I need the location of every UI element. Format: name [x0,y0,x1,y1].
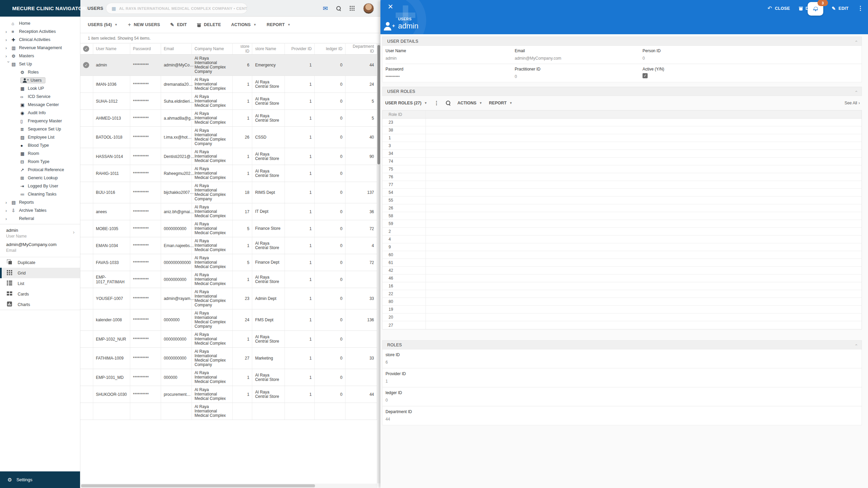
user-avatar[interactable] [363,3,374,14]
table-row-eman-1034[interactable]: EMAN-1034**********Eman.najeebs…Al Raya … [80,237,377,254]
user-roles-collection-selector[interactable]: USER ROLES (27)▼ [385,101,427,105]
sidebar-item-icd-service[interactable]: ‹›ICD Service [0,93,80,101]
sidebar-item-reports[interactable]: ›▤Reports [0,198,80,206]
checkbox-checked-icon[interactable]: ✓ [83,62,89,68]
sidebar-item-blood-type[interactable]: ●Blood Type [0,141,80,149]
row-checkbox[interactable] [80,110,93,127]
column-header-department-id[interactable]: Department ID [346,43,377,55]
collapse-icon[interactable]: › [853,344,859,346]
row-checkbox[interactable] [80,93,93,110]
collapse-icon[interactable]: › [853,40,859,42]
role-row[interactable]: 59 [382,220,862,228]
sidebar-item-sequence-set-up[interactable]: ≣Sequence Set Up [0,125,80,133]
edit-button[interactable]: ✎EDIT [832,6,849,11]
role-row[interactable]: 2 [382,228,862,236]
search-icon[interactable] [446,101,451,105]
row-checkbox[interactable] [80,127,93,148]
role-row[interactable]: 26 [382,204,862,212]
role-row[interactable]: 38 [382,126,862,134]
row-checkbox[interactable] [80,220,93,237]
row-checkbox[interactable] [80,203,93,220]
chevron-right-icon[interactable]: › [5,54,12,59]
table-row-emp-1017-fatimah[interactable]: EMP-1017_FATIMAH**********0000000000Al R… [80,271,377,288]
close-button[interactable]: ↶CLOSE [768,5,790,12]
table-row-admin[interactable]: ✓admin**********admin@MyCo…Al Raya Inter… [80,55,377,76]
column-header-store-id[interactable]: store ID [232,43,252,55]
sidebar-item-room-type[interactable]: ⊟Room Type [0,158,80,166]
search-icon[interactable] [336,6,341,11]
sidebar-item-audit-info[interactable]: ◉Audit Info [0,109,80,117]
sidebar-item-home[interactable]: ⌂Home [0,19,80,27]
sidebar-item-look-up[interactable]: ▦Look UP [0,84,80,93]
chevron-right-icon[interactable]: › [5,208,12,213]
role-row[interactable]: 23 [382,119,862,126]
sidebar-username-block[interactable]: admin User Name › [0,224,80,241]
delete-button[interactable]: DELETE [197,22,221,27]
chevron-right-icon[interactable]: › [5,29,12,34]
role-row[interactable]: 22 [382,290,862,298]
row-checkbox[interactable] [80,76,93,93]
user-roles-header[interactable]: USER ROLES › [382,87,862,96]
role-row[interactable]: 74 [382,158,862,165]
role-row[interactable]: 42 [382,267,862,274]
table-row-ahmed-1013[interactable]: AHMED-1013**********a.ahmad8a@g…Al Raya … [80,110,377,127]
role-row[interactable]: 16 [382,282,862,290]
roles-header[interactable]: ROLES › [382,340,862,349]
row-checkbox[interactable] [80,331,93,348]
row-checkbox[interactable] [80,348,93,369]
notification-button[interactable]: 3 [808,2,823,16]
table-row-emp-1032-nur[interactable]: EMP-1032_NUR**********0000000000Al Raya … [80,331,377,348]
new-users-button[interactable]: +NEW USERS [128,22,160,28]
horizontal-scrollbar[interactable] [80,484,377,488]
view-grid[interactable]: Grid [0,268,80,278]
view-charts[interactable]: Charts [0,299,80,310]
column-header-company-name[interactable]: Company Name [192,43,232,55]
sidebar-item-protocal-reference[interactable]: ↗Protocal Reference [0,166,80,174]
row-checkbox[interactable] [80,386,93,403]
active-checkbox[interactable]: ✓ [643,73,648,78]
sidebar-item-users[interactable]: +Users [0,76,80,84]
sidebar-item-logged-by-user[interactable]: ⇥Logged By User [0,182,80,190]
row-checkbox[interactable] [80,369,93,386]
view-list[interactable]: List [0,278,80,289]
role-row[interactable]: 27 [382,321,862,329]
report-dropdown[interactable]: REPORT▼ [267,22,290,27]
sidebar-item-reception-activities[interactable]: ›≡Reception Activities [0,27,80,36]
view-cards[interactable]: Cards [0,289,80,299]
actions-dropdown[interactable]: ACTIONS▼ [231,22,257,27]
table-row-fathima-1009[interactable]: FATHIMA-1009**********0000000000Al Raya … [80,348,377,369]
sidebar-item-masters[interactable]: ›⚙Masters [0,52,80,60]
table-row-favas-1033[interactable]: FAVAS-1033**********000000000000Al Raya … [80,254,377,271]
role-row[interactable]: 60 [382,251,862,259]
sidebar-item-room[interactable]: ▦Room [0,149,80,158]
table-row-iman-1036[interactable]: IMAN-1036**********dremanatia20…Al Raya … [80,76,377,93]
context-search-pill[interactable]: ▦ AL RAYA INTERNATIONAL MEDICAL COMPLEX … [106,3,248,14]
sidebar-item-set-up[interactable]: ›▤Set Up [0,60,80,68]
apps-grid-icon[interactable] [350,6,355,11]
role-row[interactable]: 20 [382,313,862,321]
view-duplicate[interactable]: Duplicate [0,257,80,268]
settings-button[interactable]: ⚙ Settings [0,471,80,488]
role-row[interactable]: 55 [382,197,862,204]
sidebar-item-frequency-master[interactable]: ▯Frequency Master [0,117,80,125]
overflow-menu-icon[interactable]: ⋮ [857,5,863,12]
sidebar-item-roles[interactable]: ⚙Roles [0,68,80,76]
role-row[interactable]: 34 [382,150,862,158]
role-row[interactable]: 80 [382,298,862,306]
table-row-anees[interactable]: anees**********aniz.bh@gmai…Al Raya Inte… [80,203,377,220]
row-checkbox[interactable] [80,165,93,182]
collection-selector[interactable]: USERS (54)▼ [88,22,118,27]
chevron-right-icon[interactable]: › [5,45,12,50]
row-checkbox[interactable] [80,309,93,331]
role-row[interactable]: 54 [382,189,862,197]
role-row[interactable]: 61 [382,259,862,267]
table-row-biju-1016[interactable]: BIJU-1016**********bijchakko2007…Al Raya… [80,182,377,203]
sidebar-item-employee-list[interactable]: ▨Employee List [0,133,80,141]
role-row[interactable]: 1 [382,134,862,142]
role-row[interactable]: 77 [382,181,862,189]
table-row-emp-1031-md[interactable]: EMP-1031_MD**********000000Al Raya Inter… [80,369,377,386]
chevron-right-icon[interactable]: › [5,216,12,221]
chevron-right-icon[interactable]: › [73,229,75,235]
role-row[interactable]: 75 [382,165,862,173]
column-header-ledger-id[interactable]: ledger ID [315,43,346,55]
